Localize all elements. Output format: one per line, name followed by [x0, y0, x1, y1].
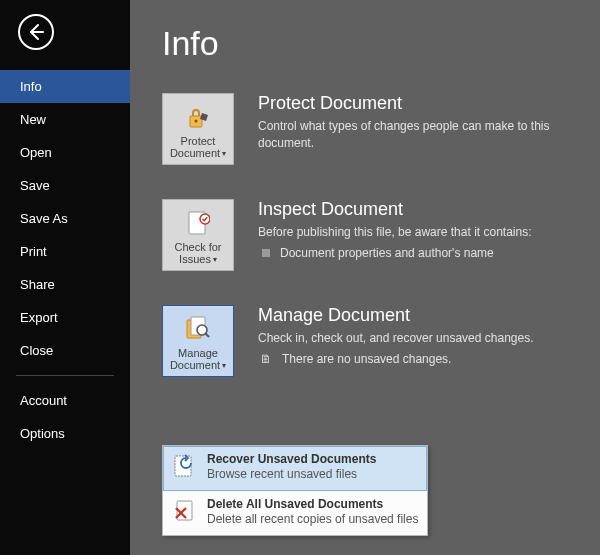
lock-icon: [185, 103, 211, 133]
manage-document-menu: Recover Unsaved Documents Browse recent …: [162, 445, 428, 536]
chevron-down-icon: ▾: [213, 256, 217, 265]
protect-body: Control what types of changes people can…: [258, 118, 600, 152]
menu-item-title: Delete All Unsaved Documents: [207, 497, 418, 512]
document-check-icon: [186, 209, 210, 239]
nav-item-account[interactable]: Account: [0, 384, 130, 417]
svg-point-2: [195, 119, 198, 122]
inspect-intro: Before publishing this file, be aware th…: [258, 224, 600, 241]
section-manage: Manage Document▾ Manage Document Check i…: [162, 305, 600, 377]
menu-item-sub: Browse recent unsaved files: [207, 467, 376, 482]
bullet-icon: [262, 249, 270, 257]
backstage-sidebar: Info New Open Save Save As Print Share E…: [0, 0, 130, 555]
document-search-icon: [185, 315, 211, 345]
nav-item-save[interactable]: Save: [0, 169, 130, 202]
nav-item-new[interactable]: New: [0, 103, 130, 136]
tile-label: Protect Document: [170, 135, 220, 159]
menu-item-recover-unsaved[interactable]: Recover Unsaved Documents Browse recent …: [163, 446, 427, 491]
section-protect: Protect Document▾ Protect Document Contr…: [162, 93, 600, 165]
section-inspect: Check for Issues▾ Inspect Document Befor…: [162, 199, 600, 271]
protect-document-button[interactable]: Protect Document▾: [162, 93, 234, 165]
manage-heading: Manage Document: [258, 305, 600, 326]
menu-item-delete-unsaved[interactable]: Delete All Unsaved Documents Delete all …: [163, 491, 427, 535]
document-icon: 🗎: [260, 351, 272, 368]
back-button[interactable]: [18, 14, 54, 50]
recover-icon: [171, 452, 199, 480]
chevron-down-icon: ▾: [222, 150, 226, 159]
delete-icon: [171, 497, 199, 525]
main-panel: Info Protect Document▾ Protect Document …: [130, 0, 600, 555]
nav-item-share[interactable]: Share: [0, 268, 130, 301]
nav-item-save-as[interactable]: Save As: [0, 202, 130, 235]
inspect-heading: Inspect Document: [258, 199, 600, 220]
nav-item-info[interactable]: Info: [0, 70, 130, 103]
chevron-down-icon: ▾: [222, 362, 226, 371]
tile-label: Manage Document: [170, 347, 220, 371]
manage-document-button[interactable]: Manage Document▾: [162, 305, 234, 377]
inspect-bullet: Document properties and author's name: [280, 245, 494, 262]
arrow-left-icon: [26, 22, 46, 42]
svg-line-8: [206, 333, 210, 337]
menu-item-sub: Delete all recent copies of unsaved file…: [207, 512, 418, 527]
check-for-issues-button[interactable]: Check for Issues▾: [162, 199, 234, 271]
nav-item-open[interactable]: Open: [0, 136, 130, 169]
protect-heading: Protect Document: [258, 93, 600, 114]
manage-body: Check in, check out, and recover unsaved…: [258, 330, 600, 347]
nav-item-print[interactable]: Print: [0, 235, 130, 268]
nav-item-close[interactable]: Close: [0, 334, 130, 367]
nav-item-export[interactable]: Export: [0, 301, 130, 334]
page-title: Info: [162, 24, 600, 63]
manage-status: There are no unsaved changes.: [282, 351, 451, 368]
nav-item-options[interactable]: Options: [0, 417, 130, 450]
menu-item-title: Recover Unsaved Documents: [207, 452, 376, 467]
nav-separator: [16, 375, 114, 376]
